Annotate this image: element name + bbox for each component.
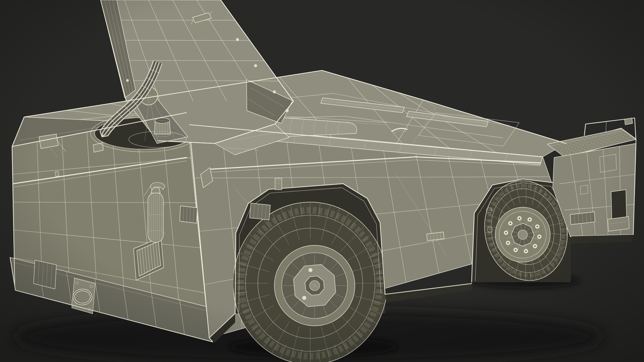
wireframe-scene (0, 0, 644, 362)
model-viewport[interactable] (0, 0, 644, 362)
vignette-overlay (0, 0, 644, 362)
